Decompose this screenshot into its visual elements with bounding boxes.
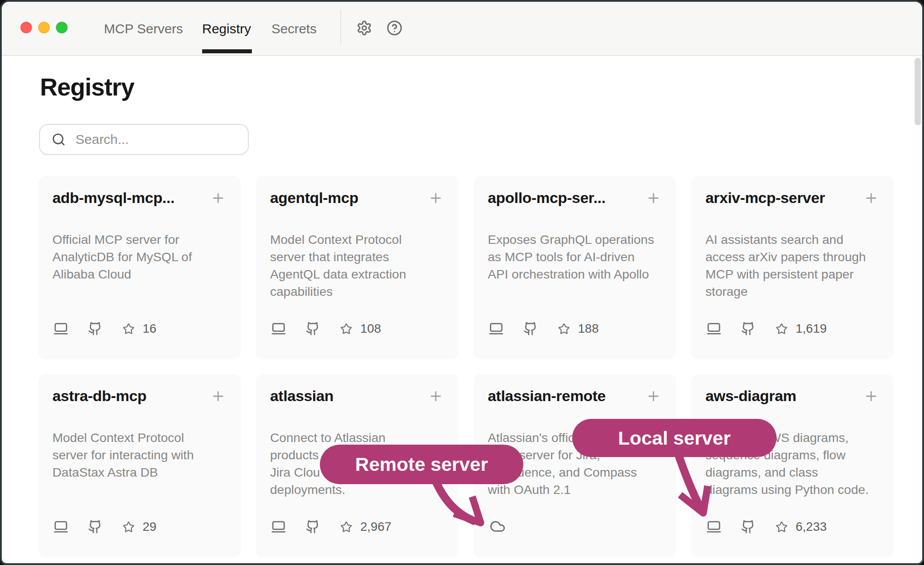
- server-card[interactable]: atlassian-remote Atlassian's official re…: [474, 374, 676, 557]
- add-server-button[interactable]: [646, 389, 661, 404]
- star-icon: [340, 521, 352, 533]
- star-icon: [123, 521, 135, 533]
- server-card[interactable]: arxiv-mcp-server AI assistants search an…: [691, 176, 894, 359]
- toolbar-divider: [340, 10, 341, 44]
- github-icon: [523, 322, 538, 336]
- server-description: Generate AWS diagrams,sequence diagrams,…: [705, 429, 869, 498]
- server-description: Model Context Protocolserver for interac…: [52, 429, 194, 481]
- github-icon: [88, 322, 102, 336]
- page-title: Registry: [40, 73, 134, 101]
- minimize-button[interactable]: [38, 22, 50, 33]
- server-card[interactable]: agentql-mcp Model Context Protocolserver…: [256, 176, 458, 359]
- card-footer: 108: [271, 321, 381, 336]
- tab-mcp-servers[interactable]: MCP Servers: [104, 21, 183, 36]
- server-name: atlassian: [270, 387, 334, 405]
- server-name: atlassian-remote: [488, 387, 605, 405]
- star-icon: [340, 323, 352, 335]
- card-footer: 1,619: [706, 321, 827, 336]
- star-count: 6,233: [796, 520, 827, 534]
- github-icon: [306, 322, 320, 336]
- laptop-icon: [706, 519, 721, 534]
- server-description: Exposes GraphQL operationsas MCP tools f…: [488, 231, 654, 283]
- search-box: [39, 124, 249, 155]
- cloud-icon: [490, 518, 506, 534]
- add-server-button[interactable]: [646, 191, 661, 206]
- add-server-button[interactable]: [864, 191, 879, 206]
- star-count: 2,967: [360, 520, 391, 534]
- laptop-icon: [706, 321, 721, 336]
- add-server-button[interactable]: [428, 389, 443, 404]
- scrollbar-thumb[interactable]: [915, 58, 921, 125]
- star-count: 188: [578, 322, 599, 336]
- close-button[interactable]: [20, 22, 32, 33]
- server-description: Model Context Protocolserver that integr…: [270, 231, 406, 300]
- help-icon[interactable]: [386, 20, 402, 36]
- laptop-icon: [53, 321, 68, 336]
- active-tab-underline: [202, 49, 252, 53]
- server-card[interactable]: aws-diagram Generate AWS diagrams,sequen…: [691, 374, 894, 557]
- server-name: adb-mysql-mcp...: [52, 189, 175, 207]
- star-icon: [776, 521, 788, 533]
- star-count: 108: [360, 322, 381, 336]
- star-count: 29: [143, 520, 156, 534]
- server-description: Atlassian's official remoteMCP server fo…: [488, 429, 637, 498]
- titlebar: MCP Servers Registry Secrets: [2, 2, 922, 56]
- add-server-button[interactable]: [864, 389, 879, 404]
- card-footer: 188: [489, 321, 599, 336]
- card-footer: 29: [53, 519, 156, 534]
- zoom-button[interactable]: [56, 22, 68, 33]
- star-count: 1,619: [796, 322, 827, 336]
- github-icon: [741, 520, 755, 534]
- add-server-button[interactable]: [211, 191, 226, 206]
- star-count: 16: [143, 322, 156, 336]
- card-footer: 6,233: [706, 519, 827, 534]
- laptop-icon: [271, 519, 286, 534]
- server-name: aws-diagram: [705, 387, 797, 405]
- server-description: Connect to AtlassianproductsJira Cloudep…: [270, 429, 386, 498]
- search-icon: [52, 132, 66, 147]
- server-name: astra-db-mcp: [52, 387, 147, 405]
- server-grid: adb-mysql-mcp... Official MCP server for…: [38, 176, 894, 558]
- server-card[interactable]: adb-mysql-mcp... Official MCP server for…: [38, 176, 241, 359]
- card-footer: 2,967: [271, 519, 391, 534]
- star-icon: [776, 323, 788, 335]
- github-icon: [741, 322, 755, 336]
- star-icon: [123, 323, 135, 335]
- server-card[interactable]: apollo-mcp-ser... Exposes GraphQL operat…: [474, 176, 676, 359]
- tab-registry[interactable]: Registry: [202, 21, 251, 36]
- server-description: AI assistants search andaccess arXiv pap…: [705, 231, 866, 300]
- add-server-button[interactable]: [211, 389, 226, 404]
- server-card[interactable]: astra-db-mcp Model Context Protocolserve…: [38, 374, 241, 557]
- card-footer: [489, 518, 506, 534]
- gear-icon[interactable]: [356, 20, 372, 36]
- search-input[interactable]: [75, 131, 248, 147]
- star-icon: [558, 323, 570, 335]
- add-server-button[interactable]: [428, 191, 443, 206]
- app-window: MCP Servers Registry Secrets Registry ad…: [0, 0, 924, 565]
- laptop-icon: [53, 519, 68, 534]
- server-name: arxiv-mcp-server: [705, 189, 825, 207]
- github-icon: [306, 520, 320, 534]
- card-footer: 16: [53, 321, 156, 336]
- screenshot-stage: MCP Servers Registry Secrets Registry ad…: [0, 0, 924, 565]
- github-icon: [88, 520, 102, 534]
- server-card[interactable]: atlassian Connect to AtlassianproductsJi…: [256, 374, 458, 557]
- tab-secrets[interactable]: Secrets: [271, 21, 317, 36]
- server-name: apollo-mcp-ser...: [488, 189, 605, 207]
- laptop-icon: [271, 321, 286, 336]
- server-name: agentql-mcp: [270, 189, 358, 207]
- laptop-icon: [489, 321, 504, 336]
- server-description: Official MCP server forAnalyticDB for My…: [52, 231, 192, 283]
